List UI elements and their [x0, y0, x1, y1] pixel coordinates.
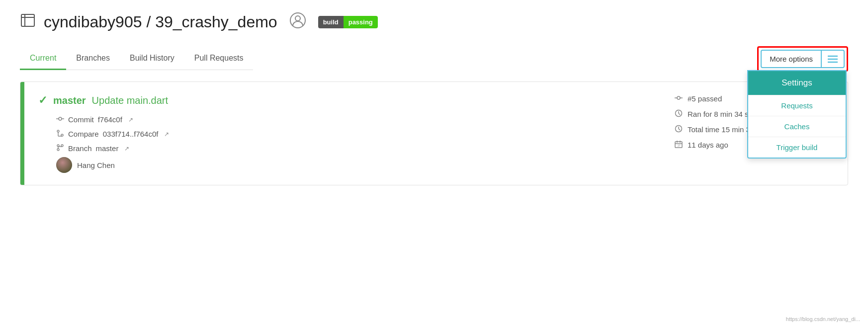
github-icon: [289, 12, 306, 32]
caches-menu-item[interactable]: Caches: [748, 116, 846, 137]
svg-point-19: [677, 96, 680, 99]
commit-row: Commit f764c0f ↗: [56, 115, 655, 124]
build-status-bar: [20, 82, 24, 185]
tab-current[interactable]: Current: [20, 48, 66, 70]
nav-tabs: Current Branches Build History Pull Requ…: [20, 48, 253, 70]
svg-point-11: [57, 130, 59, 132]
compare-icon: [56, 129, 64, 139]
build-badge: build passing: [318, 16, 378, 28]
days-ago: 11 days ago: [688, 141, 728, 149]
build-number-icon: [675, 94, 683, 103]
svg-point-8: [59, 117, 62, 120]
page-header: cyndibaby905 / 39_crashy_demo build pass…: [20, 12, 848, 32]
branch-label: Branch: [68, 144, 92, 153]
tabs-row: Current Branches Build History Pull Requ…: [20, 46, 848, 72]
commit-external-link[interactable]: ↗: [128, 116, 133, 123]
svg-point-4: [295, 16, 300, 21]
build-number: #5 passed: [688, 94, 722, 103]
svg-point-16: [57, 149, 59, 151]
check-icon: ✓: [38, 94, 47, 107]
compare-value: 033f714..f764c0f: [103, 130, 159, 138]
total-time-icon: [675, 125, 683, 134]
build-card-body: ✓ master Update main.dart: [24, 82, 848, 185]
compare-label: Compare: [68, 130, 99, 138]
page-wrapper: cyndibaby905 / 39_crashy_demo build pass…: [0, 0, 868, 197]
avatar-image: [56, 157, 72, 173]
commit-hash: f764c0f: [98, 115, 122, 124]
ran-for-icon: [675, 109, 683, 119]
trigger-build-menu-item[interactable]: Trigger build: [748, 137, 846, 158]
svg-line-25: [678, 110, 678, 110]
tab-pull-requests[interactable]: Pull Requests: [184, 48, 254, 70]
build-title-row: ✓ master Update main.dart: [38, 94, 655, 107]
calendar-icon: 27: [675, 140, 683, 150]
content-area: ✓ master Update main.dart: [20, 82, 848, 185]
requests-menu-item[interactable]: Requests: [748, 95, 846, 116]
build-status: passing: [344, 16, 378, 28]
branch-value: master: [96, 144, 119, 153]
build-meta: Commit f764c0f ↗: [56, 115, 655, 153]
toolbar-right: More options Settings Requests Caches Tr: [757, 46, 848, 72]
settings-menu-item[interactable]: Settings: [748, 71, 846, 95]
build-label: build: [318, 16, 344, 28]
author-row: Hang Chen: [56, 157, 655, 173]
dropdown-menu: Settings Requests Caches Trigger build: [747, 70, 847, 159]
branch-icon: [56, 144, 64, 153]
avatar: [56, 157, 72, 173]
build-card: ✓ master Update main.dart: [20, 82, 848, 185]
branch-external-link[interactable]: ↗: [124, 145, 129, 152]
repo-icon: [20, 12, 36, 32]
commit-label: Commit: [68, 115, 94, 124]
repo-title: cyndibaby905 / 39_crashy_demo: [44, 13, 277, 31]
more-options-button[interactable]: More options: [761, 50, 822, 68]
compare-row: Compare 033f714..f764c0f ↗: [56, 129, 655, 139]
tab-branches[interactable]: Branches: [66, 48, 120, 70]
commit-message: Update main.dart: [92, 95, 168, 106]
commit-icon: [56, 115, 64, 124]
svg-line-24: [679, 113, 680, 115]
svg-line-28: [679, 129, 680, 130]
compare-external-link[interactable]: ↗: [164, 131, 169, 138]
svg-rect-0: [21, 14, 34, 26]
branch-name: master: [53, 95, 86, 106]
branch-row: Branch master ↗: [56, 144, 655, 153]
build-info-left: ✓ master Update main.dart: [38, 94, 655, 173]
author-name: Hang Chen: [77, 161, 115, 169]
footer-url: https://blog.csdn.net/yang_di...: [786, 316, 860, 322]
hamburger-button[interactable]: [822, 50, 845, 68]
svg-text:27: 27: [678, 144, 681, 147]
tab-build-history[interactable]: Build History: [120, 48, 184, 70]
ran-for: Ran for 8 min 34 sec: [688, 110, 756, 118]
